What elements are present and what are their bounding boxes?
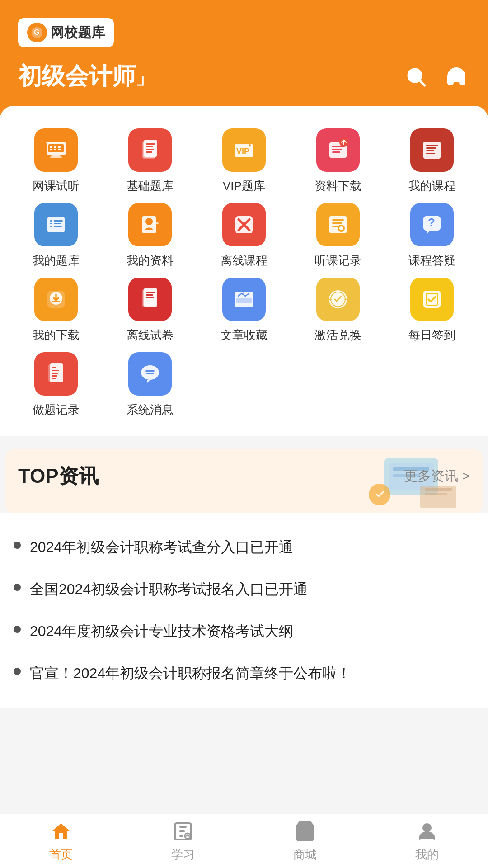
svg-marker-58 bbox=[427, 231, 430, 234]
svg-rect-35 bbox=[426, 150, 434, 151]
svg-rect-78 bbox=[52, 373, 58, 374]
svg-rect-14 bbox=[58, 149, 61, 150]
home-icon bbox=[49, 820, 73, 843]
xiaoxi-icon bbox=[128, 352, 172, 396]
news-text-4: 官宣！2024年初级会计职称报名简章终于公布啦！ bbox=[30, 662, 351, 684]
svg-marker-84 bbox=[147, 380, 150, 383]
news-text-3: 2024年度初级会计专业技术资格考试大纲 bbox=[30, 620, 293, 642]
svg-point-55 bbox=[339, 226, 343, 230]
svg-rect-33 bbox=[426, 145, 438, 146]
svg-rect-38 bbox=[50, 220, 52, 222]
svg-rect-83 bbox=[146, 373, 154, 374]
ziliao-label: 资料下载 bbox=[314, 178, 361, 194]
shop-icon bbox=[293, 820, 317, 843]
tingke-icon bbox=[316, 203, 360, 246]
svg-rect-17 bbox=[144, 140, 157, 157]
vip-label: VIP题库 bbox=[223, 178, 265, 194]
menu-item-kecheng[interactable]: 我的课程 bbox=[385, 128, 479, 194]
menu-item-qiandao[interactable]: 每日签到 bbox=[385, 278, 479, 343]
svg-rect-6 bbox=[46, 142, 66, 143]
kecheng-icon bbox=[410, 128, 454, 172]
menu-item-tingke[interactable]: 听课记录 bbox=[291, 203, 385, 269]
menu-item-wangke[interactable]: 网课试听 bbox=[9, 128, 103, 194]
menu-item-lijuan[interactable]: 离线试卷 bbox=[103, 278, 197, 343]
svg-rect-34 bbox=[426, 147, 436, 149]
news-dot-3 bbox=[14, 626, 21, 633]
dayi-label: 课程答疑 bbox=[408, 253, 455, 269]
svg-line-3 bbox=[420, 80, 425, 85]
nav-study[interactable]: 学习 bbox=[138, 820, 228, 863]
svg-rect-7 bbox=[52, 155, 60, 156]
nav-home-label: 首页 bbox=[49, 847, 73, 863]
qiandao-icon bbox=[410, 278, 454, 321]
search-button[interactable] bbox=[402, 63, 429, 90]
jichu-label: 基础题库 bbox=[127, 178, 174, 194]
qiandao-label: 每日签到 bbox=[408, 327, 455, 343]
menu-item-shoucang[interactable]: 文章收藏 bbox=[197, 278, 291, 343]
svg-rect-20 bbox=[146, 149, 154, 150]
menu-item-lixian[interactable]: 离线课程 bbox=[197, 203, 291, 269]
empty-2 bbox=[291, 352, 385, 418]
main-card: 网课试听 基础题库 VIP bbox=[0, 106, 488, 436]
header-actions bbox=[402, 63, 470, 90]
menu-item-xiaoxi[interactable]: 系统消息 bbox=[103, 352, 197, 418]
menu-item-xiazai[interactable]: 我的下载 bbox=[9, 278, 103, 343]
nav-shop[interactable]: 商城 bbox=[260, 820, 350, 863]
app-logo[interactable]: G 网校题库 bbox=[18, 18, 114, 47]
svg-rect-66 bbox=[146, 294, 153, 296]
svg-text:G: G bbox=[34, 28, 39, 36]
woziliao-label: 我的资料 bbox=[127, 253, 174, 269]
nav-mine[interactable]: 我的 bbox=[382, 820, 472, 863]
svg-rect-36 bbox=[426, 153, 435, 154]
news-item-1[interactable]: 2024年初级会计职称考试查分入口已开通 bbox=[14, 526, 474, 568]
svg-rect-13 bbox=[58, 146, 61, 148]
svg-rect-19 bbox=[146, 146, 153, 147]
tiku-icon bbox=[34, 203, 78, 246]
page-title[interactable]: 初级会计师 bbox=[18, 61, 154, 92]
svg-rect-21 bbox=[146, 151, 152, 153]
news-dot-2 bbox=[14, 584, 21, 591]
svg-rect-39 bbox=[50, 223, 52, 224]
lixian-icon bbox=[222, 203, 266, 246]
svg-rect-41 bbox=[54, 220, 63, 222]
nav-shop-label: 商城 bbox=[293, 847, 317, 863]
svg-rect-76 bbox=[52, 367, 56, 368]
header: G 网校题库 初级会计师 bbox=[0, 0, 488, 115]
wangke-label: 网课试听 bbox=[33, 178, 80, 194]
news-item-4[interactable]: 官宣！2024年初级会计职称报名简章终于公布啦！ bbox=[14, 652, 474, 694]
zuoti-icon bbox=[34, 352, 78, 396]
nav-home[interactable]: 首页 bbox=[16, 820, 106, 863]
shoucang-label: 文章收藏 bbox=[221, 327, 267, 343]
menu-grid: 网课试听 基础题库 VIP bbox=[9, 124, 479, 422]
menu-item-tiku[interactable]: 我的题库 bbox=[9, 203, 103, 269]
menu-item-zuoti[interactable]: 做题记录 bbox=[9, 352, 103, 418]
menu-item-jichu[interactable]: 基础题库 bbox=[103, 128, 197, 194]
svg-point-81 bbox=[141, 365, 159, 380]
empty-3 bbox=[385, 352, 479, 418]
jihuo-label: 激活兑换 bbox=[314, 327, 361, 343]
news-text-2: 全国2024初级会计职称考试报名入口已开通 bbox=[30, 578, 308, 600]
ziliao-icon bbox=[316, 128, 360, 172]
lijuan-icon bbox=[128, 278, 172, 321]
svg-rect-82 bbox=[145, 370, 155, 372]
svg-rect-40 bbox=[50, 226, 52, 227]
menu-item-ziliao[interactable]: 资料下载 bbox=[291, 128, 385, 194]
customer-service-button[interactable] bbox=[443, 63, 470, 90]
mine-icon bbox=[415, 820, 439, 843]
kecheng-label: 我的课程 bbox=[408, 178, 455, 194]
menu-item-woziliao[interactable]: 我的资料 bbox=[103, 203, 197, 269]
svg-rect-29 bbox=[332, 151, 340, 153]
menu-item-dayi[interactable]: ? 课程答疑 bbox=[385, 203, 479, 269]
news-item-3[interactable]: 2024年度初级会计专业技术资格考试大纲 bbox=[14, 610, 474, 652]
woziliao-icon bbox=[128, 203, 172, 246]
menu-item-vip[interactable]: VIP VIP题库 bbox=[197, 128, 291, 194]
news-dot-1 bbox=[14, 542, 21, 549]
dayi-icon: ? bbox=[410, 203, 454, 246]
more-news-button[interactable]: 更多资讯 > bbox=[404, 467, 470, 486]
news-text-1: 2024年初级会计职称考试查分入口已开通 bbox=[30, 536, 293, 558]
svg-rect-11 bbox=[54, 146, 56, 148]
study-icon bbox=[171, 820, 195, 843]
menu-item-jihuo[interactable]: 激活兑换 bbox=[291, 278, 385, 343]
svg-rect-65 bbox=[146, 292, 155, 293]
news-item-2[interactable]: 全国2024初级会计职称考试报名入口已开通 bbox=[14, 568, 474, 610]
